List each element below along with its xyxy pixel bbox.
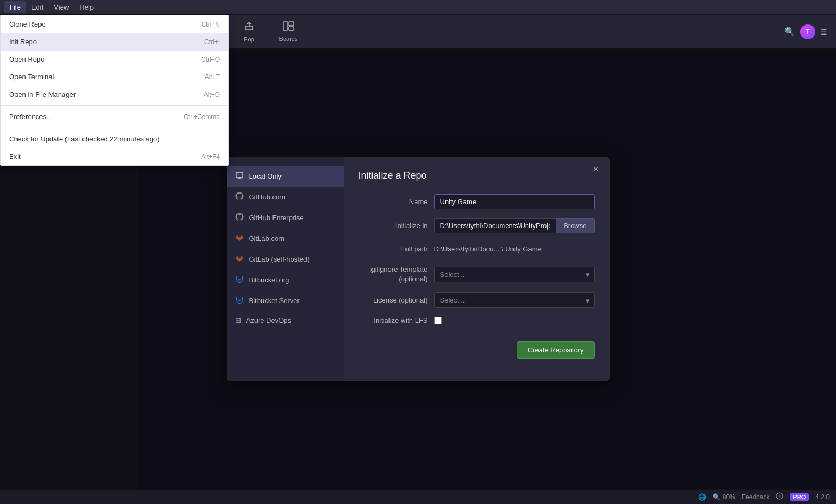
- menu-view[interactable]: View: [48, 1, 74, 13]
- sidebar-azure-devops[interactable]: ⊞ Azure DevOps: [227, 311, 344, 330]
- form-row-lfs: Initialize with LFS: [359, 316, 595, 324]
- check-update-label: Check for Update (Last checked 22 minute…: [9, 135, 160, 143]
- gitlab-self-hosted-icon: [235, 254, 244, 264]
- boards-icon2: [283, 21, 294, 33]
- create-repository-button[interactable]: Create Repository: [517, 341, 595, 359]
- form-row-name: Name: [359, 194, 595, 209]
- clone-repo-shortcut: Ctrl+N: [202, 21, 220, 28]
- lfs-label: Initialize with LFS: [359, 316, 428, 324]
- bitbucket-server-label: Bitbucket Server: [249, 297, 300, 305]
- pro-badge: PRO: [790, 493, 809, 501]
- svg-rect-6: [289, 27, 294, 30]
- version-label: 4.2.0: [815, 493, 830, 501]
- sidebar-github-com[interactable]: GitHub.com: [227, 187, 344, 207]
- zoom-status[interactable]: 🔍 80%: [713, 493, 735, 501]
- dialog-title: Initialize a Repo: [359, 170, 595, 181]
- sidebar-gitlab-self-hosted[interactable]: GitLab (self-hosted): [227, 249, 344, 270]
- gitlab-self-hosted-label: GitLab (self-hosted): [249, 255, 310, 263]
- network-status: [776, 492, 783, 501]
- dialog-actions: Create Repository: [359, 335, 595, 359]
- gitignore-label: .gitignore Template (optional): [359, 265, 428, 284]
- menu-item-open-repo[interactable]: Open Repo Ctrl+O: [1, 51, 228, 68]
- lfs-checkbox-wrapper: [434, 317, 442, 324]
- gitignore-select-wrapper: Select... ▾: [434, 267, 595, 282]
- open-file-manager-shortcut: Alt+O: [204, 91, 220, 98]
- form-row-initialize-in: Initialize in Browse: [359, 218, 595, 233]
- search-icon-btn[interactable]: 🔍: [784, 27, 795, 37]
- dialog-sidebar: Local Only GitHub.com GitHub Enterprise: [227, 157, 344, 381]
- path-input-wrapper: Browse: [434, 218, 595, 233]
- full-path-label: Full path: [359, 245, 428, 253]
- menu-item-clone-repo[interactable]: Clone Repo Ctrl+N: [1, 15, 228, 33]
- sidebar-github-enterprise[interactable]: GitHub Enterprise: [227, 207, 344, 228]
- open-repo-shortcut: Ctrl+O: [201, 56, 220, 63]
- init-repo-shortcut: Ctrl+I: [204, 38, 220, 46]
- menu-divider-2: [1, 128, 228, 128]
- globe-icon: 🌐: [698, 493, 706, 501]
- github-com-icon: [235, 192, 244, 202]
- menu-divider-1: [1, 105, 228, 106]
- github-enterprise-label: GitHub Enterprise: [249, 214, 304, 222]
- status-bar: 🌐 🔍 80% Feedback PRO 4.2.0: [0, 489, 836, 504]
- sidebar-bitbucket-org[interactable]: Bitbucket.org: [227, 270, 344, 290]
- tb-pop[interactable]: Pop: [232, 17, 266, 47]
- user-avatar-btn[interactable]: T: [800, 24, 815, 39]
- open-terminal-label: Open Terminal: [9, 73, 54, 81]
- browse-button[interactable]: Browse: [556, 218, 594, 233]
- menu-item-init-repo[interactable]: Init Repo Ctrl+I: [1, 33, 228, 51]
- name-input[interactable]: [434, 194, 595, 209]
- menu-item-open-file-manager[interactable]: Open in File Manager Alt+O: [1, 86, 228, 103]
- github-com-label: GitHub.com: [249, 193, 286, 201]
- form-row-gitignore: .gitignore Template (optional) Select...…: [359, 265, 595, 284]
- gitlab-com-label: GitLab.com: [249, 234, 284, 242]
- menu-help[interactable]: Help: [74, 1, 99, 13]
- menu-item-open-terminal[interactable]: Open Terminal Alt+T: [1, 68, 228, 86]
- menu-bar: File Edit View Help: [0, 0, 836, 15]
- preferences-label: Preferences...: [9, 113, 52, 121]
- lfs-checkbox[interactable]: [434, 317, 442, 324]
- form-row-full-path: Full path D:\Users\tythi\Docu... \ Unity…: [359, 242, 595, 256]
- open-file-manager-label: Open in File Manager: [9, 90, 76, 98]
- zoom-icon: 🔍: [713, 493, 721, 501]
- initialize-in-input[interactable]: [434, 218, 556, 233]
- globe-status[interactable]: 🌐: [698, 493, 706, 501]
- init-repo-dialog: × Local Only GitHub.com: [227, 157, 610, 381]
- gitignore-select[interactable]: Select...: [434, 267, 595, 282]
- exit-shortcut: Alt+F4: [201, 153, 220, 161]
- menu-item-preferences[interactable]: Preferences... Ctrl+Comma: [1, 108, 228, 125]
- bitbucket-org-icon: [235, 275, 244, 285]
- sidebar-local-only[interactable]: Local Only: [227, 166, 344, 187]
- sidebar-gitlab-com[interactable]: GitLab.com: [227, 228, 344, 249]
- dialog-form-area: Initialize a Repo Name Initialize in Bro…: [344, 157, 610, 381]
- menu-file[interactable]: File: [4, 1, 26, 13]
- license-select-wrapper: Select... ▾: [434, 292, 595, 308]
- svg-rect-4: [283, 22, 288, 30]
- local-only-label: Local Only: [249, 172, 282, 180]
- menu-item-check-update[interactable]: Check for Update (Last checked 22 minute…: [1, 130, 228, 148]
- local-only-icon: [235, 171, 244, 181]
- file-dropdown-menu: Clone Repo Ctrl+N Init Repo Ctrl+I Open …: [0, 15, 229, 166]
- exit-label: Exit: [9, 153, 21, 161]
- hamburger-btn[interactable]: ☰: [821, 28, 827, 36]
- sidebar-bitbucket-server[interactable]: Bitbucket Server: [227, 290, 344, 311]
- pop-icon2: [244, 21, 254, 34]
- svg-rect-7: [236, 172, 243, 178]
- menu-item-exit[interactable]: Exit Alt+F4: [1, 148, 228, 165]
- bitbucket-server-icon: [235, 296, 244, 306]
- license-select[interactable]: Select...: [434, 292, 595, 308]
- bitbucket-org-label: Bitbucket.org: [249, 276, 289, 284]
- initialize-in-label: Initialize in: [359, 222, 428, 230]
- menu-edit[interactable]: Edit: [26, 1, 48, 13]
- github-enterprise-icon: [235, 213, 244, 223]
- dialog-close-button[interactable]: ×: [590, 163, 602, 175]
- init-repo-label: Init Repo: [9, 38, 37, 46]
- network-icon: [776, 492, 783, 501]
- tb-boards[interactable]: Boards: [268, 17, 309, 47]
- gitlab-com-icon: [235, 233, 244, 243]
- form-row-license: License (optional) Select... ▾: [359, 292, 595, 308]
- svg-rect-5: [289, 22, 294, 26]
- open-repo-label: Open Repo: [9, 55, 45, 63]
- feedback-button[interactable]: Feedback: [742, 493, 770, 501]
- zoom-value: 80%: [723, 493, 735, 501]
- azure-devops-icon: ⊞: [235, 316, 241, 324]
